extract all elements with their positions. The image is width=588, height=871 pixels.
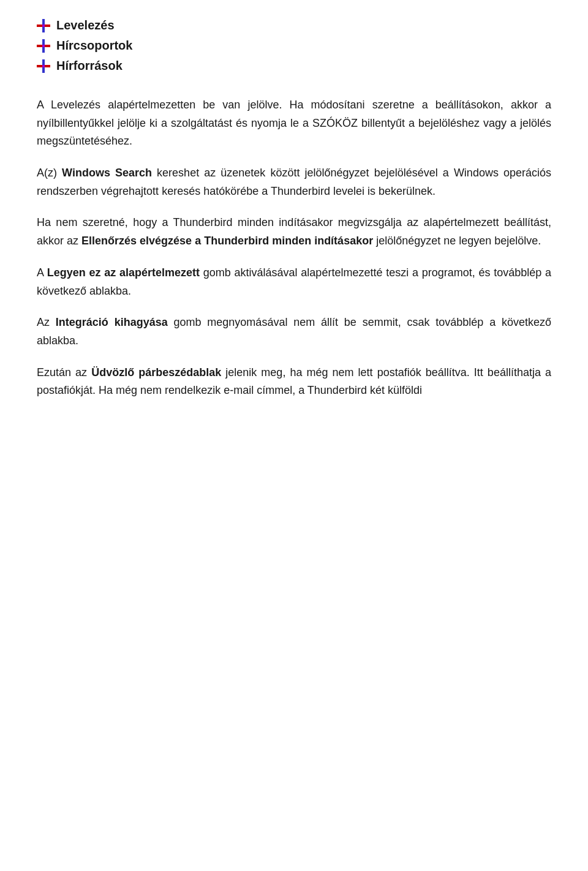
svg-rect-3 bbox=[42, 27, 45, 32]
hírcsoportok-icon bbox=[37, 39, 50, 53]
legyen-highlight: Legyen ez az alapértelmezett bbox=[47, 266, 200, 279]
paragraph-5-text: Az Integráció kihagyása gomb megnyomásáv… bbox=[37, 314, 551, 350]
paragraph-6: Ezután az Üdvözlő párbeszédablak jelenik… bbox=[37, 364, 551, 400]
svg-rect-17 bbox=[42, 67, 45, 73]
paragraph-1: A Levelezés alapértelmezetten be van jel… bbox=[37, 96, 551, 151]
svg-rect-9 bbox=[42, 39, 45, 45]
paragraph-4-text: A Legyen ez az alapértelmezett gomb akti… bbox=[37, 264, 551, 300]
paragraph-5: Az Integráció kihagyása gomb megnyomásáv… bbox=[37, 314, 551, 350]
paragraph-1-text: A Levelezés alapértelmezetten be van jel… bbox=[37, 96, 551, 151]
paragraph-3: Ha nem szeretné, hogy a Thunderbird mind… bbox=[37, 214, 551, 250]
svg-rect-13 bbox=[42, 45, 45, 47]
levelezés-label: Levelezés bbox=[56, 18, 115, 32]
ellenőrzés-highlight: Ellenőrzés elvégzése a Thunderbird minde… bbox=[81, 235, 373, 247]
nav-levelezés: Levelezés bbox=[37, 18, 551, 32]
nav-hírcsoportok: Hírcsoportok bbox=[37, 39, 551, 53]
paragraph-2: A(z) Windows Search kereshet az üzenetek… bbox=[37, 164, 551, 200]
hírforrások-label: Hírforrások bbox=[56, 59, 123, 73]
svg-rect-18 bbox=[37, 65, 42, 67]
svg-rect-2 bbox=[42, 19, 45, 25]
hírforrások-icon bbox=[37, 59, 50, 73]
svg-rect-5 bbox=[45, 25, 50, 27]
svg-rect-10 bbox=[42, 47, 45, 53]
integráció-highlight: Integráció kihagyása bbox=[56, 316, 168, 328]
levelezés-icon bbox=[37, 19, 50, 32]
paragraph-6-text: Ezután az Üdvözlő párbeszédablak jelenik… bbox=[37, 364, 551, 400]
hírcsoportok-label: Hírcsoportok bbox=[56, 39, 132, 53]
paragraph-4: A Legyen ez az alapértelmezett gomb akti… bbox=[37, 264, 551, 300]
nav-hírforrások: Hírforrások bbox=[37, 59, 551, 73]
svg-rect-6 bbox=[42, 25, 45, 27]
svg-rect-12 bbox=[45, 45, 50, 47]
svg-rect-16 bbox=[42, 59, 45, 65]
svg-rect-19 bbox=[45, 65, 50, 67]
windows-search-highlight: Windows Search bbox=[62, 167, 152, 179]
svg-rect-4 bbox=[37, 25, 42, 27]
paragraph-2-text: A(z) Windows Search kereshet az üzenetek… bbox=[37, 164, 551, 200]
üdvözlő-highlight: Üdvözlő párbeszédablak bbox=[91, 366, 221, 379]
svg-rect-20 bbox=[42, 65, 45, 67]
svg-rect-11 bbox=[37, 45, 42, 47]
paragraph-3-text: Ha nem szeretné, hogy a Thunderbird mind… bbox=[37, 214, 551, 250]
